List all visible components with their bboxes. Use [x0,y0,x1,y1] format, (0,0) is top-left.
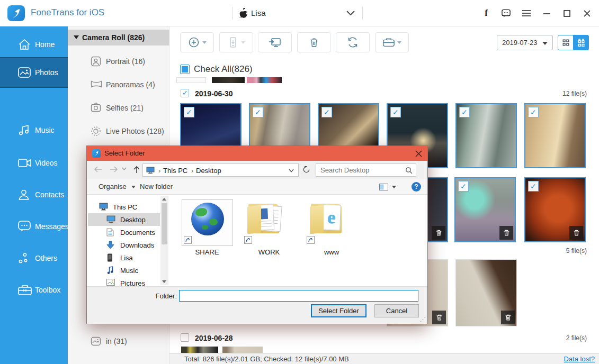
breadcrumb-separator: › [189,167,196,175]
export-to-pc-button[interactable] [258,32,292,52]
data-lost-link[interactable]: Data lost? [564,355,595,363]
up-icon[interactable] [132,165,141,174]
minimize-icon[interactable] [542,8,551,18]
photo-thumbnail[interactable] [524,103,586,168]
trash-overlay-icon[interactable] [499,226,513,240]
dialog-close-icon[interactable] [409,146,427,161]
group-checkbox-2019-06-30[interactable] [181,89,189,97]
delete-button[interactable] [297,32,331,52]
scrollbar-thumb[interactable] [162,203,167,244]
tree-item-lisa-device[interactable]: Lisa [88,251,160,264]
recent-locations-chevron-icon[interactable] [122,167,127,171]
window-controls [481,0,592,26]
chevron-down-icon [397,41,401,44]
refresh-icon[interactable] [302,166,310,174]
tree-item-pictures[interactable]: Pictures [88,277,160,286]
views-dropdown-arrow-icon[interactable] [392,186,396,188]
transfer-to-device-button[interactable] [219,32,253,52]
tree-item-this-pc[interactable]: This PC [88,201,160,213]
photo-thumbnail[interactable] [524,177,586,242]
refresh-button[interactable] [336,32,370,52]
file-label: www [306,248,357,256]
resize-grip[interactable]: ⋰ [420,316,426,323]
add-button[interactable] [180,32,214,52]
help-icon[interactable]: ? [412,182,421,192]
album-partial[interactable]: in (31) [68,334,169,348]
trash-overlay-icon[interactable] [569,226,583,240]
sidebar-item-others[interactable]: Others [0,244,68,272]
tree-item-documents[interactable]: Documents [88,226,160,239]
date-filter-dropdown[interactable]: 2019-07-23 [497,35,553,50]
tree-item-music[interactable]: Music [88,264,160,277]
sidebar-item-music[interactable]: Music [0,116,68,144]
facebook-icon[interactable] [481,8,491,18]
group-count: 5 file(s) [566,247,587,254]
breadcrumb-bar[interactable]: › This PC › Desktop [142,163,299,177]
album-portrait[interactable]: Portrait (16) [68,54,169,68]
tree-item-desktop[interactable]: Desktop [88,213,160,226]
cancel-button[interactable]: Cancel [374,304,419,317]
search-icon[interactable] [405,167,413,174]
breadcrumb-desktop[interactable]: Desktop [196,167,221,175]
app-title: FoneTrans for iOS [31,7,104,18]
feedback-icon[interactable] [502,8,511,18]
device-dropdown-chevron-icon[interactable] [346,10,355,16]
album-live-photos[interactable]: Live Photos (128) [68,124,169,138]
grid-view-button[interactable] [558,35,574,50]
trash-overlay-icon[interactable] [432,311,446,324]
sidebar-item-home[interactable]: Home [0,31,68,58]
photo-checkbox[interactable] [321,107,332,117]
search-input[interactable] [319,165,403,175]
group-view-button[interactable] [573,35,589,50]
back-icon[interactable] [93,165,103,174]
check-all-checkbox[interactable] [180,65,190,74]
select-folder-dialog: Select Folder › This PC › Desktop [86,145,428,324]
album-panoramas[interactable]: Panoramas (4) [68,78,169,92]
menu-icon[interactable] [522,8,531,18]
breadcrumb-chevron-icon[interactable] [289,169,294,173]
photo-checkbox[interactable] [253,107,263,117]
sidebar-item-contacts[interactable]: Contacts [0,181,68,208]
photo-thumbnail[interactable] [455,259,517,326]
sidebar-item-messages[interactable]: Messages [0,213,68,240]
toolbox-tools-button[interactable] [375,32,409,52]
scroll-up-icon[interactable] [162,198,166,201]
title-bar: FoneTrans for iOS Lisa [0,0,599,26]
trash-overlay-icon[interactable] [501,311,515,324]
photo-checkbox[interactable] [390,107,401,117]
sidebar-item-videos[interactable]: Videos [0,149,68,177]
close-icon[interactable] [582,8,592,18]
photo-checkbox[interactable] [528,181,539,192]
toolbox-icon [18,284,32,296]
file-item-share[interactable] [182,199,233,246]
photo-checkbox[interactable] [528,107,539,117]
group-checkbox-2019-06-28[interactable] [181,333,189,342]
dialog-title-bar[interactable]: Select Folder [87,146,427,161]
tree-item-downloads[interactable]: Downloads [88,239,160,251]
tree-scrollbar[interactable] [160,196,168,285]
photo-checkbox[interactable] [459,107,470,117]
select-folder-button[interactable]: Select Folder [311,304,366,317]
photo-thumbnail[interactable] [455,103,517,168]
breadcrumb-this-pc[interactable]: This PC [163,167,187,175]
folder-name-input[interactable] [179,290,418,302]
sidebar-item-toolbox[interactable]: Toolbox [0,276,68,304]
scroll-down-icon[interactable] [162,280,166,283]
trash-overlay-icon[interactable] [432,226,445,240]
new-folder-button[interactable]: New folder [140,183,173,190]
album-selfies[interactable]: Selfies (21) [68,101,169,115]
file-item-www[interactable] [307,201,354,246]
group-count: 2 file(s) [566,334,587,342]
sidebar-item-photos[interactable]: Photos [0,57,68,88]
dialog-nav-row: › This PC › Desktop [87,161,427,179]
search-box [316,163,416,177]
album-camera-roll[interactable]: Camera Roll (826) [68,30,169,46]
forward-icon[interactable] [109,165,119,174]
photo-checkbox[interactable] [458,181,469,192]
photo-thumbnail[interactable] [454,177,516,242]
maximize-icon[interactable] [562,8,571,18]
photo-checkbox[interactable] [184,107,194,117]
views-icon[interactable] [379,184,388,190]
file-item-work[interactable] [244,201,292,246]
organise-menu[interactable]: Organise [99,183,136,190]
